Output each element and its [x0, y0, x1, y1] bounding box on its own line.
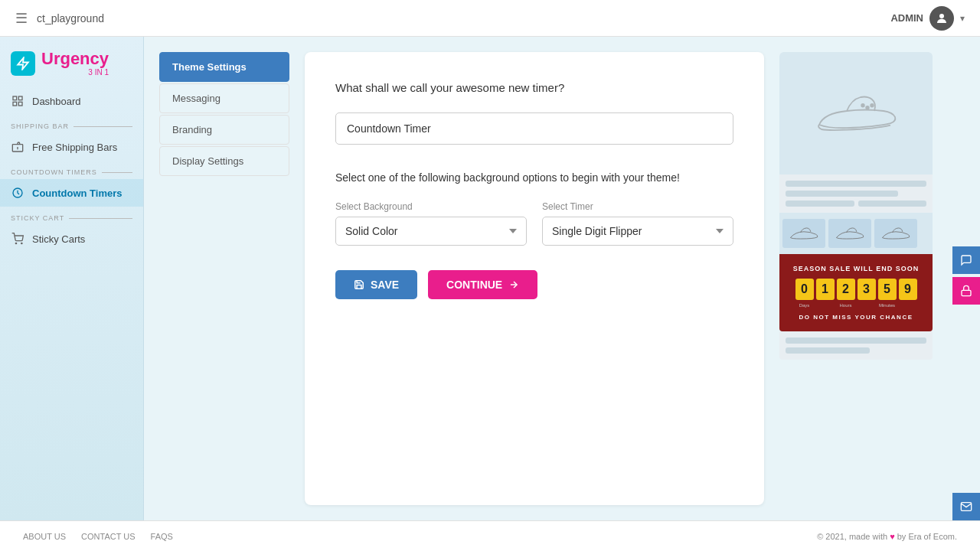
label-minutes: Minutes — [878, 303, 897, 308]
timer-card-subtitle: DO NOT MISS YOUR CHANCE — [789, 314, 923, 321]
label-sep3 — [899, 303, 917, 308]
chat-top-button[interactable] — [952, 246, 980, 274]
grid-icon — [11, 94, 24, 108]
label-sep2 — [858, 303, 876, 308]
svg-point-9 — [15, 243, 16, 243]
sidebar: Urgency 3 IN 1 Dashboard SHIPPING BAR Fr… — [0, 37, 144, 520]
timer-digit-labels: Days Hours Minutes — [789, 303, 923, 308]
settings-messaging-btn[interactable]: Messaging — [159, 83, 289, 113]
digit-4: 5 — [878, 279, 897, 300]
settings-branding-btn[interactable]: Branding — [159, 115, 289, 145]
footer-links: ABOUT US CONTACT US FAQS — [23, 532, 173, 541]
timer-type-field: Select Timer Single Digit Flipper Double… — [542, 201, 733, 246]
svg-rect-4 — [13, 102, 17, 106]
preview-timer-card: SEASON SALE WILL END SOON 0 1 2 3 5 9 Da… — [779, 254, 933, 331]
logo-icon — [11, 51, 35, 76]
preview-panel: SEASON SALE WILL END SOON 0 1 2 3 5 9 Da… — [779, 52, 933, 505]
package-icon — [11, 140, 24, 154]
svg-rect-2 — [13, 96, 17, 100]
timer-type-select[interactable]: Single Digit Flipper Double Digit Flippe… — [542, 217, 733, 246]
chat-bot-button[interactable] — [952, 277, 980, 305]
logo-tagline: 3 IN 1 — [41, 68, 109, 77]
save-icon — [354, 279, 364, 290]
form-question: What shall we call your awesome new time… — [335, 80, 733, 97]
label-days: Days — [795, 303, 814, 308]
topbar-left: ☰ ct_playground — [15, 10, 104, 27]
menu-icon[interactable]: ☰ — [15, 10, 28, 27]
topbar-dropdown-icon[interactable]: ▾ — [960, 13, 965, 24]
sidebar-logo: Urgency 3 IN 1 — [0, 37, 143, 84]
digit-0: 0 — [795, 279, 814, 300]
mail-button[interactable] — [952, 493, 980, 520]
preview-line-2 — [786, 191, 898, 197]
footer-about[interactable]: ABOUT US — [23, 532, 66, 541]
preview-line-b2 — [786, 347, 870, 354]
footer-contact[interactable]: CONTACT US — [81, 532, 136, 541]
preview-lines-bottom — [779, 331, 933, 360]
sidebar-item-sticky[interactable]: Sticky Carts — [0, 225, 143, 253]
sticky-section-label: STICKY CART — [0, 207, 143, 225]
timer-type-label: Select Timer — [542, 201, 733, 212]
label-sep1 — [816, 303, 835, 308]
sidebar-item-shipping[interactable]: Free Shipping Bars — [0, 133, 143, 161]
preview-product-image — [779, 52, 933, 174]
background-label: Select Background — [335, 201, 527, 212]
preview-line-half-2 — [858, 201, 927, 207]
svg-point-14 — [871, 104, 874, 107]
sticky-label: Sticky Carts — [32, 233, 85, 245]
thumb-2[interactable] — [828, 219, 871, 248]
preview-line-row — [786, 201, 926, 207]
background-select[interactable]: Solid Color Gradient Image Transparent — [335, 217, 527, 246]
form-subtext: Select one of the following background o… — [335, 169, 733, 186]
form-card: What shall we call your awesome new time… — [305, 52, 764, 505]
admin-label: ADMIN — [890, 12, 923, 24]
arrow-right-icon — [508, 279, 519, 290]
thumb-1[interactable] — [782, 219, 825, 248]
selects-row: Select Background Solid Color Gradient I… — [335, 201, 733, 246]
label-hours: Hours — [837, 303, 855, 308]
svg-point-13 — [861, 104, 864, 107]
digit-1: 1 — [816, 279, 835, 300]
breadcrumb: ct_playground — [37, 12, 104, 24]
countdown-label: Countdown Timers — [32, 187, 122, 199]
timer-card-title: SEASON SALE WILL END SOON — [789, 265, 923, 272]
footer-faqs[interactable]: FAQS — [151, 532, 173, 541]
preview-line-1 — [786, 181, 926, 187]
digit-5: 9 — [899, 279, 917, 300]
shipping-section-label: SHIPPING BAR — [0, 115, 143, 133]
digit-3: 3 — [858, 279, 876, 300]
svg-point-12 — [866, 106, 869, 109]
main-content: Theme Settings Messaging Branding Displa… — [144, 37, 980, 520]
countdown-section-label: COUNTDOWN TIMERS — [0, 161, 143, 179]
svg-marker-1 — [18, 58, 28, 70]
form-actions: SAVE CONTINUE — [335, 270, 733, 299]
preview-line-b1 — [786, 337, 926, 344]
footer-copyright: © 2021, made with ♥ by Era of Ecom. — [817, 532, 957, 541]
sidebar-item-dashboard[interactable]: Dashboard — [0, 87, 143, 115]
sidebar-item-countdown[interactable]: Countdown Timers — [0, 179, 143, 207]
settings-nav: Theme Settings Messaging Branding Displa… — [159, 52, 289, 505]
timer-name-input[interactable] — [335, 112, 733, 145]
svg-point-10 — [21, 243, 22, 243]
svg-rect-5 — [18, 102, 22, 106]
shipping-label: Free Shipping Bars — [32, 142, 117, 153]
logo-name: Urgency — [41, 51, 109, 67]
settings-theme-btn[interactable]: Theme Settings — [159, 52, 289, 82]
continue-button[interactable]: CONTINUE — [428, 270, 537, 299]
background-field: Select Background Solid Color Gradient I… — [335, 201, 527, 246]
dashboard-label: Dashboard — [32, 96, 81, 107]
avatar[interactable] — [929, 6, 954, 31]
svg-point-0 — [939, 14, 944, 18]
shoe-illustration — [810, 83, 902, 144]
save-button[interactable]: SAVE — [335, 270, 417, 299]
thumb-3[interactable] — [874, 219, 917, 248]
settings-display-btn[interactable]: Display Settings — [159, 146, 289, 176]
logo-text: Urgency 3 IN 1 — [41, 51, 109, 77]
chat-buttons — [952, 246, 980, 305]
heart-icon: ♥ — [890, 532, 897, 541]
clock-icon — [11, 186, 24, 200]
cart-icon — [11, 232, 24, 246]
product-thumbnails — [779, 213, 933, 254]
svg-rect-15 — [962, 290, 971, 295]
timer-digits: 0 1 2 3 5 9 — [789, 279, 923, 300]
